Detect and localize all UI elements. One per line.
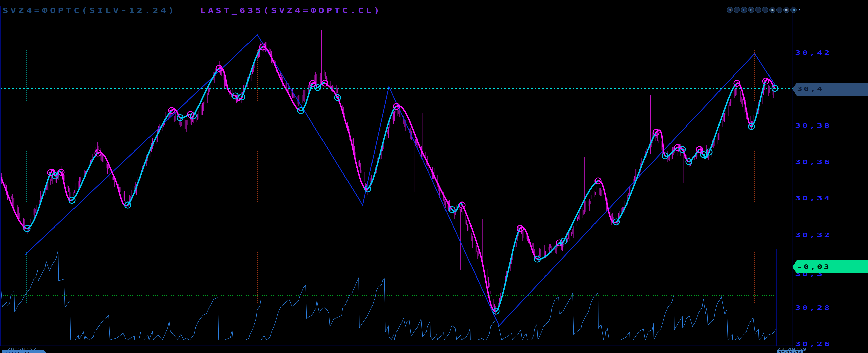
price-axis-label: 30,32 <box>795 231 831 238</box>
indicator-value: -0,03 <box>797 263 831 271</box>
trading-terminal-window: ○ SVZ4 ∨ ФОРТС S1 2023.06.01 ∨ Дата до ∨… <box>0 0 868 353</box>
collapse-toolbar-button[interactable]: ∧ <box>798 8 801 12</box>
chart-title-indicator: LAST_635(SVZ4=ФОРТС.CL) <box>200 6 381 15</box>
session-end-date-box: 27/11/24 <box>777 350 803 353</box>
last-price-value: 30,4 <box>797 86 824 93</box>
scroll-left-button[interactable]: ‹ <box>734 7 740 13</box>
price-axis-label: 30,34 <box>795 195 831 202</box>
go-to-end-button[interactable]: ⇥ <box>790 7 797 13</box>
price-axis-label: 30,36 <box>795 158 831 166</box>
chart-nav-toolbar: «‹›»+−◉↔⇆⇥∧ <box>727 7 801 13</box>
zoom-out-button[interactable]: − <box>762 7 768 13</box>
session-start-date-tag: 27/11/24 <box>1 350 47 353</box>
expand-horizontal-button[interactable]: ↔ <box>776 7 782 13</box>
price-axis-label: 30,38 <box>795 122 831 129</box>
scroll-right-button[interactable]: › <box>741 7 747 13</box>
price-axis-label: 30,28 <box>795 304 831 311</box>
compress-horizontal-button[interactable]: ⇆ <box>783 7 789 13</box>
scroll-fast-left-button[interactable]: « <box>727 7 733 13</box>
scroll-fast-right-button[interactable]: » <box>748 7 754 13</box>
price-chart-canvas[interactable] <box>0 0 868 353</box>
zoom-region-button[interactable]: ◉ <box>769 7 775 13</box>
chart-title-main: SVZ4=ФОРТС(SILV-12.24) <box>2 6 176 15</box>
price-axis-label: 30,26 <box>795 341 831 348</box>
last-price-bubble: 30,4 <box>793 83 868 96</box>
zoom-in-button[interactable]: + <box>755 7 761 13</box>
indicator-value-bubble: -0,03 <box>793 260 868 274</box>
price-axis-label: 30,42 <box>795 49 831 56</box>
